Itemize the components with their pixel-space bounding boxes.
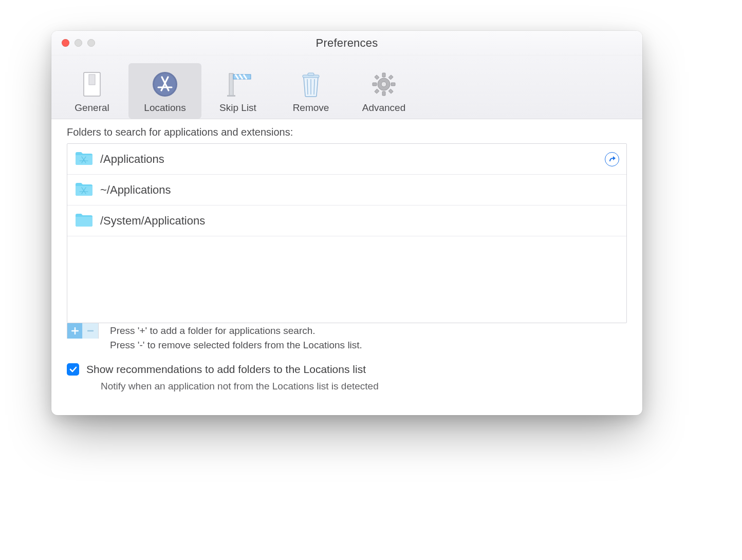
- app-store-icon: [152, 70, 178, 98]
- tab-locations[interactable]: Locations: [128, 63, 201, 119]
- tab-remove[interactable]: Remove: [274, 63, 347, 119]
- preferences-window: Preferences General: [51, 31, 642, 415]
- tab-label: Locations: [144, 102, 186, 114]
- svg-rect-1: [89, 74, 95, 85]
- list-item[interactable]: ~/Applications: [67, 175, 626, 206]
- svg-rect-24: [388, 75, 393, 80]
- tab-advanced[interactable]: Advanced: [347, 63, 420, 119]
- reveal-in-finder-button[interactable]: [605, 152, 619, 166]
- svg-rect-22: [391, 83, 395, 86]
- recommendations-description: Notify when an application not from the …: [101, 381, 627, 392]
- titlebar: Preferences: [51, 31, 642, 55]
- svg-rect-21: [373, 83, 377, 86]
- section-label: Folders to search for applications and e…: [67, 126, 627, 138]
- svg-rect-25: [375, 89, 379, 94]
- svg-rect-20: [382, 91, 385, 96]
- zoom-window-button[interactable]: [87, 39, 95, 47]
- svg-rect-19: [382, 73, 385, 77]
- tab-label: Remove: [293, 102, 329, 114]
- svg-rect-26: [388, 89, 393, 94]
- list-controls: Press '+' to add a folder for applicatio…: [67, 323, 627, 351]
- barrier-icon: [224, 70, 252, 98]
- add-folder-button[interactable]: [67, 323, 83, 339]
- folder-path: /System/Applications: [100, 214, 205, 228]
- recommendations-option: Show recommendations to add folders to t…: [67, 363, 627, 376]
- svg-rect-23: [375, 75, 379, 80]
- gear-icon: [371, 70, 397, 98]
- close-window-button[interactable]: [62, 39, 69, 47]
- window-controls: [62, 39, 95, 47]
- hint-text: Press '+' to add a folder for applicatio…: [110, 325, 362, 351]
- recommendations-checkbox[interactable]: [67, 363, 79, 376]
- folder-icon: [75, 151, 93, 168]
- folder-icon: [75, 212, 93, 230]
- tab-skip-list[interactable]: Skip List: [201, 63, 274, 119]
- folder-path: ~/Applications: [100, 183, 171, 197]
- remove-folder-button[interactable]: [83, 323, 98, 339]
- locations-pane: Folders to search for applications and e…: [51, 119, 642, 403]
- recommendations-label[interactable]: Show recommendations to add folders to t…: [86, 363, 366, 376]
- tab-label: Advanced: [362, 102, 406, 114]
- tab-label: General: [75, 102, 109, 114]
- svg-rect-7: [229, 73, 233, 96]
- folder-path: /Applications: [100, 153, 164, 166]
- minimize-window-button[interactable]: [75, 39, 82, 47]
- svg-rect-14: [308, 73, 314, 76]
- hint-add: Press '+' to add a folder for applicatio…: [110, 325, 362, 337]
- add-remove-control: [67, 323, 99, 339]
- svg-point-27: [381, 82, 386, 87]
- hint-remove: Press '-' to remove selected folders fro…: [110, 340, 362, 351]
- list-item[interactable]: /System/Applications: [67, 206, 626, 236]
- folder-icon: [75, 181, 93, 199]
- tab-label: Skip List: [219, 102, 256, 114]
- preferences-toolbar: General Locations: [51, 55, 642, 119]
- trash-icon: [300, 70, 322, 98]
- switch-icon: [82, 70, 102, 98]
- svg-rect-12: [227, 95, 235, 97]
- locations-list[interactable]: /Applications ~/Applications: [67, 143, 627, 323]
- list-item[interactable]: /Applications: [67, 144, 626, 175]
- window-title: Preferences: [316, 36, 378, 50]
- tab-general[interactable]: General: [55, 63, 128, 119]
